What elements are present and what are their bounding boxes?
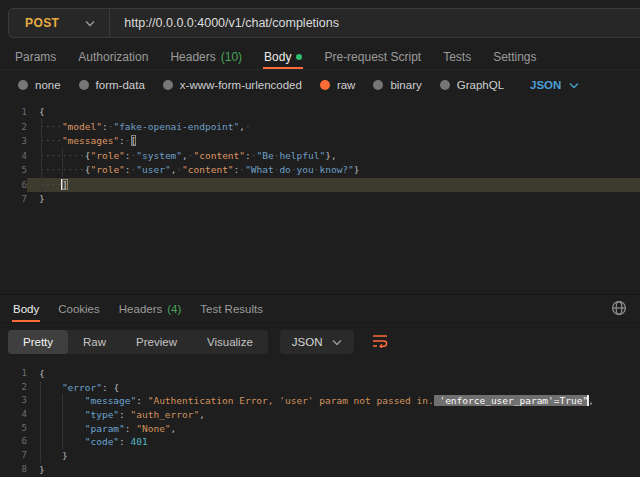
method-selector[interactable]: POST: [9, 9, 109, 37]
body-mode-x-www-form-urlencoded[interactable]: x-www-form-urlencoded: [163, 79, 302, 91]
line-content: }: [27, 192, 640, 207]
tab-params[interactable]: Params: [14, 45, 57, 69]
tab-label: Test Results: [200, 303, 263, 315]
radio-label: form-data: [96, 79, 145, 91]
line-content: "code": 401: [27, 435, 640, 449]
tab-label: Params: [15, 50, 56, 64]
code-line: 5 "param": "None",: [0, 422, 640, 436]
radio-icon: [18, 80, 28, 90]
line-number: 8: [0, 463, 27, 477]
body-mode-raw[interactable]: raw: [320, 79, 356, 91]
code-line: 6····]: [0, 178, 640, 193]
response-tabs-row: BodyCookiesHeaders(4)Test Results: [0, 295, 640, 323]
line-number: 6: [0, 435, 27, 449]
tab-headers[interactable]: Headers(10): [169, 45, 243, 69]
response-tabs: BodyCookiesHeaders(4)Test Results: [12, 295, 264, 322]
line-content: ····"messages":·[: [27, 134, 640, 149]
radio-icon: [373, 80, 383, 90]
line-number: 5: [0, 422, 27, 436]
tab-pre-request-script[interactable]: Pre-request Script: [323, 45, 422, 69]
tab-settings[interactable]: Settings: [492, 45, 537, 69]
line-number: 5: [0, 163, 27, 178]
line-content: ········{"role":·"system",·"content":·"B…: [27, 149, 640, 164]
line-content: {: [27, 105, 640, 120]
tab-tests[interactable]: Tests: [442, 45, 472, 69]
line-number: 7: [0, 192, 27, 207]
tab-label: Pre-request Script: [324, 50, 421, 64]
body-mode-radios: noneform-datax-www-form-urlencodedrawbin…: [18, 79, 504, 91]
tab-label: Body: [13, 303, 39, 315]
body-mode-binary[interactable]: binary: [373, 79, 421, 91]
code-line: 4········{"role":·"system",·"content":·"…: [0, 149, 640, 164]
line-number: 7: [0, 449, 27, 463]
tab-count-badge: (10): [221, 50, 242, 64]
line-number: 3: [0, 134, 27, 149]
response-panel: BodyCookiesHeaders(4)Test Results Pretty…: [0, 294, 640, 477]
body-mode-form-data[interactable]: form-data: [79, 79, 145, 91]
indent-guide: [40, 381, 41, 463]
code-line: 7 }: [0, 449, 640, 463]
line-number: 4: [0, 149, 27, 164]
line-number: 6: [0, 178, 27, 193]
wrap-text-icon[interactable]: [368, 332, 393, 353]
tab-body[interactable]: Body: [263, 45, 303, 69]
tab-authorization[interactable]: Authorization: [77, 45, 149, 69]
code-line: 2····"model":·"fake-openai-endpoint",·: [0, 120, 640, 135]
body-mode-row: noneform-datax-www-form-urlencodedrawbin…: [0, 70, 640, 100]
code-line: 1{: [0, 105, 640, 120]
code-line: 2 "error": {: [0, 381, 640, 395]
line-content: ········{"role":·"user",·"content":·"Wha…: [27, 163, 640, 178]
radio-icon: [163, 80, 173, 90]
tab-body[interactable]: Body: [12, 295, 40, 322]
url-input[interactable]: http://0.0.0.0:4000/v1/chat/completions: [110, 16, 339, 30]
line-number: 3: [0, 394, 27, 408]
tab-label: Authorization: [78, 50, 148, 64]
body-mode-none[interactable]: none: [18, 79, 61, 91]
tab-count-badge: (4): [167, 303, 181, 315]
code-line: 3····"messages":·[: [0, 134, 640, 149]
line-content: }: [27, 463, 640, 477]
tab-headers[interactable]: Headers(4): [118, 295, 183, 322]
code-line: 3 "message": "Authentication Error, 'use…: [0, 394, 640, 408]
tab-label: Tests: [443, 50, 471, 64]
code-line: 6 "code": 401: [0, 435, 640, 449]
line-number: 2: [0, 381, 27, 395]
view-preview[interactable]: Preview: [121, 330, 192, 354]
request-tabs: ParamsAuthorizationHeaders(10)BodyPre-re…: [0, 45, 640, 70]
view-raw[interactable]: Raw: [68, 330, 121, 354]
radio-label: x-www-form-urlencoded: [180, 79, 302, 91]
line-content: }: [27, 449, 640, 463]
response-language-label: JSON: [292, 336, 323, 348]
line-content: ····]: [27, 178, 640, 193]
line-number: 1: [0, 105, 27, 120]
indent-guide: [62, 148, 63, 177]
response-language-select[interactable]: JSON: [280, 330, 355, 354]
chevron-down-icon: [332, 339, 342, 346]
radio-icon: [320, 80, 330, 90]
radio-label: GraphQL: [457, 79, 504, 91]
tab-cookies[interactable]: Cookies: [57, 295, 101, 322]
body-mode-graphql[interactable]: GraphQL: [440, 79, 504, 91]
indent-guide: [41, 119, 42, 192]
chevron-down-icon: [85, 20, 95, 27]
line-content: "type": "auth_error",: [27, 408, 640, 422]
line-number: 4: [0, 408, 27, 422]
view-pretty[interactable]: Pretty: [8, 330, 68, 354]
chevron-down-icon: [569, 82, 579, 89]
radio-icon: [440, 80, 450, 90]
radio-label: binary: [390, 79, 421, 91]
request-language-select[interactable]: JSON: [530, 79, 579, 91]
radio-icon: [79, 80, 89, 90]
response-body-viewer[interactable]: 1{2 "error": {3 "message": "Authenticati…: [0, 361, 640, 477]
globe-icon[interactable]: [610, 300, 628, 318]
code-line: 5········{"role":·"user",·"content":·"Wh…: [0, 163, 640, 178]
radio-label: raw: [337, 79, 356, 91]
code-line: 4 "type": "auth_error",: [0, 408, 640, 422]
view-visualize[interactable]: Visualize: [192, 330, 268, 354]
radio-label: none: [35, 79, 61, 91]
code-line: 7}: [0, 192, 640, 207]
response-view-switcher: PrettyRawPreviewVisualize: [8, 330, 268, 354]
tab-test-results[interactable]: Test Results: [199, 295, 264, 322]
request-body-editor[interactable]: 1{2····"model":·"fake-openai-endpoint",·…: [0, 100, 640, 294]
tab-label: Settings: [493, 50, 536, 64]
